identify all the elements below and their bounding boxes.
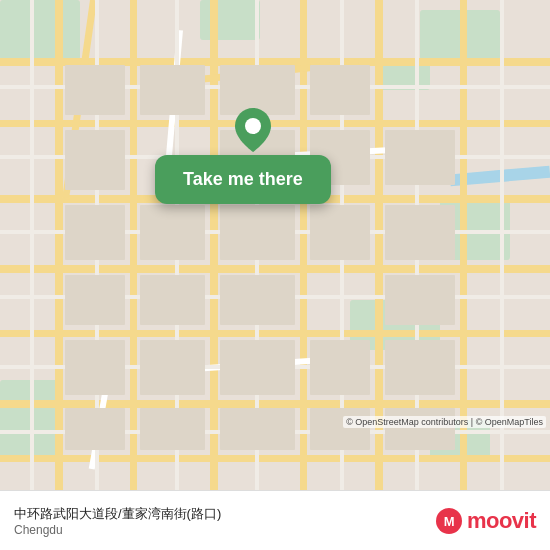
block [65, 205, 125, 260]
road-h2 [0, 120, 550, 127]
block [385, 205, 455, 260]
block [140, 275, 205, 325]
road-v4 [300, 0, 307, 490]
block [65, 275, 125, 325]
block [310, 340, 370, 395]
take-me-there-button[interactable]: Take me there [155, 155, 331, 204]
location-city: Chengdu [14, 523, 435, 537]
block [385, 340, 455, 395]
location-pin [235, 108, 271, 152]
road-v1 [55, 0, 63, 490]
block [140, 65, 205, 115]
svg-text:M: M [444, 514, 454, 529]
road-h4 [0, 265, 550, 273]
map-attribution: © OpenStreetMap contributors | © OpenMap… [343, 416, 546, 428]
block [310, 205, 370, 260]
road-h7 [0, 455, 550, 462]
location-info: 中环路武阳大道段/董家湾南街(路口) Chengdu [14, 505, 435, 537]
moovit-text: moovit [467, 508, 536, 534]
block [385, 275, 455, 325]
green-area [200, 0, 260, 40]
road-minorv1 [30, 0, 34, 490]
location-name: 中环路武阳大道段/董家湾南街(路口) [14, 505, 435, 523]
block [65, 65, 125, 115]
block [385, 130, 455, 185]
block [65, 340, 125, 395]
green-area [0, 0, 80, 60]
moovit-icon: M [435, 507, 463, 535]
road-h5 [0, 330, 550, 337]
block [140, 408, 205, 450]
block [220, 340, 295, 395]
svg-point-0 [245, 118, 261, 134]
block [310, 65, 370, 115]
block [140, 205, 205, 260]
block [220, 205, 295, 260]
road-h6 [0, 400, 550, 408]
block [310, 408, 370, 450]
block [385, 408, 455, 450]
block [65, 130, 125, 190]
block [220, 408, 295, 450]
road-v2 [130, 0, 137, 490]
block [220, 275, 295, 325]
map-container[interactable]: Take me there © OpenStreetMap contributo… [0, 0, 550, 490]
bottom-bar: 中环路武阳大道段/董家湾南街(路口) Chengdu M moovit [0, 490, 550, 550]
moovit-logo: M moovit [435, 507, 536, 535]
block [140, 340, 205, 395]
block [65, 408, 125, 450]
